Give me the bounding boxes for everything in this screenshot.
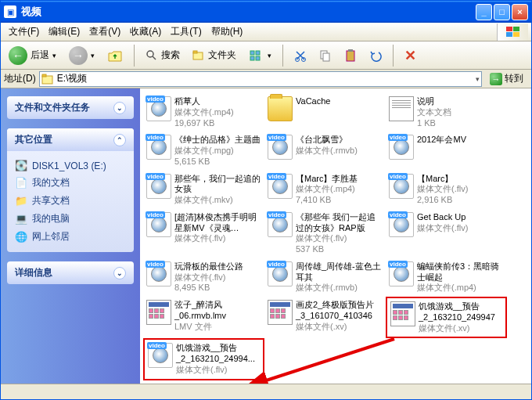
file-type: 媒体文件(.xv) [419,323,502,334]
go-button[interactable]: → 转到 [485,72,528,85]
file-name: 画皮2_终极版预告片_3_161070_410346 [296,300,383,322]
views-button[interactable]: ▾ [244,47,276,64]
copy-icon [319,49,332,62]
menu-file[interactable]: 文件(F) [4,23,44,40]
sidebar-place-link[interactable]: 🌐网上邻居 [15,228,126,246]
file-item[interactable]: VaCache [264,93,386,132]
undo-icon [369,49,382,62]
minimize-button[interactable]: _ [476,4,492,20]
folder-icon [268,96,293,121]
panel-tasks-title: 文件和文件夹任务 [15,101,90,114]
video-thumb-icon: video [146,212,171,237]
file-item[interactable]: video饥饿游戏__预告_2_163210_24994...媒体文件(.flv… [143,338,264,380]
xv-file-icon [146,300,171,325]
file-name: [超清]林俊杰携手明明星新MV《灵魂… [174,212,261,234]
panel-places: 其它位置 ⌃ 💽DISK1_VOL3 (E:)📄我的文档📁共享文档💻我的电脑🌐网… [7,128,134,252]
back-label: 后退 [31,49,49,62]
video-thumb-icon: video [268,174,293,199]
file-item[interactable]: 弦子_醉清风_06.rmvb.lmvLMV 文件 [143,297,264,338]
file-name: 《台北飘雪》 [296,135,358,146]
sidebar-place-link[interactable]: 💽DISK1_VOL3 (E:) [15,157,126,174]
chevron-down-icon: ▾ [52,52,56,59]
cut-button[interactable] [289,47,311,64]
close-button[interactable]: × [512,4,528,20]
panel-places-header[interactable]: 其它位置 ⌃ [7,128,134,151]
svg-rect-19 [42,74,46,77]
separator [393,45,394,67]
up-button[interactable] [102,45,128,66]
file-item[interactable]: video那些年，我们一起追的女孩媒体文件(.mkv) [143,171,264,209]
file-item[interactable]: video[超清]林俊杰携手明明星新MV《灵魂…媒体文件(.flv) [143,209,264,258]
file-item[interactable]: video【Marc】媒体文件(.flv)2,916 KB [386,171,507,209]
file-item[interactable]: 画皮2_终极版预告片_3_161070_410346媒体文件(.xv) [264,297,386,338]
file-name: 周传雄_周传雄-蓝色土耳其 [296,261,383,283]
menu-edit[interactable]: 编辑(E) [44,23,84,40]
paste-button[interactable] [340,47,361,64]
video-thumb-icon: video [268,212,293,237]
file-item[interactable]: video2012年会MV [386,132,507,170]
svg-rect-7 [193,51,197,53]
file-item[interactable]: video《那些年 我们一起追过的女孩》RAP版媒体文件(.flv)537 KB [264,209,386,258]
forward-button[interactable]: → ▾ [64,44,99,67]
video-thumb-icon: video [148,343,173,368]
panel-tasks: 文件和文件夹任务 ⌄ [7,96,134,119]
file-size: 5,615 KB [174,157,261,168]
file-view[interactable]: video稻草人媒体文件(.mp4)19,697 KBVaCache说明文本文档… [140,88,531,384]
file-type: 媒体文件(.xv) [296,322,383,333]
menu-fav[interactable]: 收藏(A) [125,23,166,40]
file-type: 文本文档 [417,107,451,118]
file-name: 《那些年 我们一起追过的女孩》RAP版 [296,212,383,234]
file-name: 说明 [417,96,451,107]
panel-tasks-header[interactable]: 文件和文件夹任务 ⌄ [7,96,134,119]
menu-help[interactable]: 帮助(H) [207,23,248,40]
menu-view[interactable]: 查看(V) [84,23,125,40]
undo-button[interactable] [365,47,386,64]
file-item[interactable]: video蝙蝠侠前传3：黑暗骑士崛起媒体文件(.mp4) [386,258,507,297]
panel-details-header[interactable]: 详细信息 ⌄ [7,261,134,284]
sidebar-place-link[interactable]: 📁共享文档 [15,192,126,210]
file-item[interactable]: 饥饿游戏__预告_2_163210_249947媒体文件(.xv) [386,297,507,338]
file-item[interactable]: 说明文本文档1 KB [386,93,507,132]
panel-places-title: 其它位置 [15,133,52,146]
svg-rect-10 [250,56,254,60]
chevron-down-icon: ⌄ [113,102,126,114]
file-item[interactable]: video周传雄_周传雄-蓝色土耳其媒体文件(.rmvb) [264,258,386,297]
file-type: 媒体文件(.mpg) [174,146,261,157]
delete-button[interactable]: ✕ [400,45,421,67]
panel-details-title: 详细信息 [15,266,52,279]
file-type: 媒体文件(.mp4) [417,283,504,294]
copy-button[interactable] [315,47,336,64]
video-thumb-icon: video [389,135,414,160]
separator [134,45,135,67]
video-thumb-icon: video [268,135,293,160]
file-name: VaCache [296,96,330,107]
folders-label: 文件夹 [208,49,236,62]
sidebar-place-link[interactable]: 📄我的文档 [15,174,126,192]
place-label: 我的电脑 [32,212,70,225]
maximize-button[interactable]: □ [494,4,510,20]
sidebar-place-link[interactable]: 💻我的电脑 [15,210,126,228]
chevron-down-icon: ▾ [91,52,95,59]
file-item[interactable]: video稻草人媒体文件(.mp4)19,697 KB [143,93,264,132]
folders-button[interactable]: 文件夹 [188,46,241,64]
go-arrow-icon: → [490,73,502,85]
file-item[interactable]: video《绅士的品格》主题曲媒体文件(.mpg)5,615 KB [143,132,264,170]
file-type: 媒体文件(.flv) [417,223,468,234]
file-item[interactable]: videoGet Back Up媒体文件(.flv) [386,209,507,258]
address-input[interactable]: E:\视频 ▾ [39,71,482,87]
file-size: 8,495 KB [174,283,243,294]
menu-tools[interactable]: 工具(T) [166,23,206,40]
file-item[interactable]: video玩滑板的最佳公路媒体文件(.flv)8,495 KB [143,258,264,297]
chevron-down-icon[interactable]: ▾ [476,75,480,83]
file-item[interactable]: video《台北飘雪》媒体文件(.rmvb) [264,132,386,170]
file-item[interactable]: video【Marc】李胜基媒体文件(.mp4)7,410 KB [264,171,386,209]
svg-rect-9 [256,51,260,55]
panel-details: 详细信息 ⌄ [7,261,134,284]
video-thumb-icon: video [146,135,171,160]
scissors-icon [294,49,307,62]
back-button[interactable]: ← 后退 ▾ [4,44,61,67]
file-size: 7,410 KB [296,195,358,206]
file-type: 媒体文件(.flv) [174,233,261,244]
search-label: 搜索 [161,49,180,62]
search-button[interactable]: 搜索 [141,46,185,64]
